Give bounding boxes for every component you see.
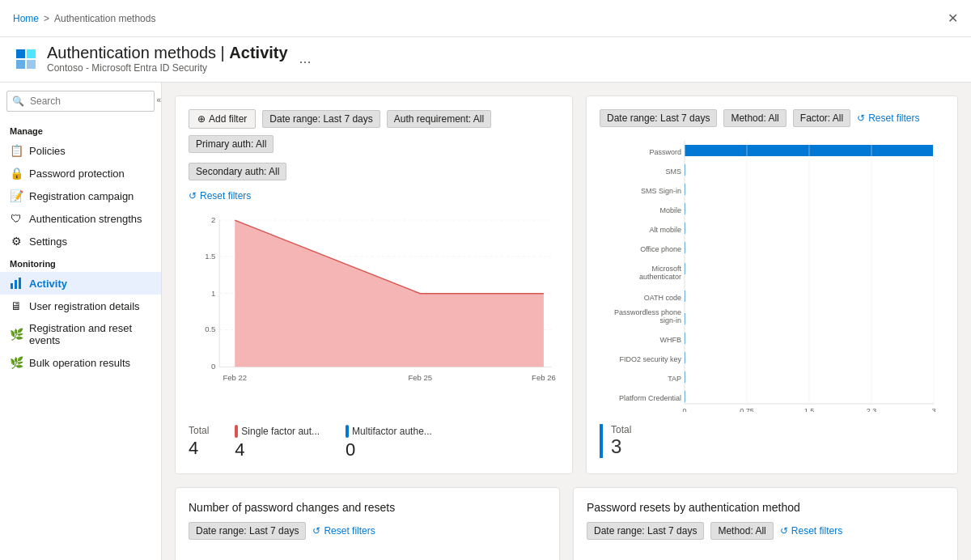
sidebar-item-user-reg-details[interactable]: 🖥 User registration details (0, 295, 161, 317)
bottom-right-reset-icon: ↺ (780, 525, 788, 537)
svg-text:FIDO2 security key: FIDO2 security key (619, 355, 681, 363)
filter-chip-primary-auth[interactable]: Primary auth: All (189, 135, 273, 153)
bar-chart-svg: Password SMS SMS Sign-in Mobile Alt mobi… (600, 137, 944, 412)
svg-text:TAP: TAP (668, 375, 681, 383)
svg-text:Feb 26: Feb 26 (532, 374, 556, 383)
multi-factor-label: Multifactor authe... (346, 425, 432, 438)
password-protection-icon: 🔒 (10, 167, 23, 180)
sidebar-item-password-protection[interactable]: 🔒 Password protection (0, 162, 161, 185)
sidebar-item-label: Policies (29, 145, 66, 157)
area-chart: 2 1.5 1 0.5 0 Feb 22 Feb 25 Feb 26 (189, 208, 559, 418)
svg-text:Microsoft: Microsoft (651, 265, 681, 273)
close-icon[interactable]: ✕ (948, 11, 958, 26)
sidebar-item-label: Password protection (29, 168, 125, 180)
bottom-right-reset-link[interactable]: ↺ Reset filters (780, 525, 842, 537)
svg-text:Feb 22: Feb 22 (223, 374, 247, 383)
sidebar-item-registration-campaign[interactable]: 📝 Registration campaign (0, 185, 161, 207)
sidebar-collapse-icon[interactable]: « (156, 95, 161, 104)
svg-text:Platform Credential: Platform Credential (619, 394, 681, 402)
svg-text:3: 3 (931, 407, 935, 412)
right-filter-bar: Date range: Last 7 days Method: All Fact… (600, 109, 944, 127)
right-total-label: Total (611, 424, 944, 435)
main-layout: 🔍 « Manage 📋 Policies 🔒 Password protect… (0, 83, 971, 560)
sidebar-item-settings[interactable]: ⚙ Settings (0, 230, 161, 252)
sidebar-item-label: Settings (29, 235, 67, 248)
filter-icon: ⊕ (197, 113, 206, 125)
svg-text:0: 0 (682, 407, 686, 412)
sidebar-item-bulk-op[interactable]: 🌿 Bulk operation results (0, 351, 161, 374)
sidebar-item-activity[interactable]: Activity (0, 272, 161, 295)
bulk-op-icon: 🌿 (10, 356, 23, 369)
bottom-left-reset-icon: ↺ (312, 525, 320, 537)
bottom-left-reset-link[interactable]: ↺ Reset filters (312, 525, 375, 537)
svg-text:0.5: 0.5 (205, 325, 215, 333)
search-box: 🔍 « (6, 91, 155, 112)
multi-factor-value: 0 (346, 439, 432, 460)
svg-text:Office phone: Office phone (640, 245, 681, 253)
svg-text:SMS: SMS (665, 168, 681, 176)
search-input[interactable] (6, 91, 155, 112)
bottom-cards-row: Number of password changes and resets Da… (175, 487, 958, 560)
svg-text:0.75: 0.75 (740, 407, 754, 412)
totals-row: Total 4 Single factor aut... 4 Mult (189, 425, 559, 460)
total-value: 4 (189, 438, 209, 459)
breadcrumb-separator: > (44, 13, 49, 24)
add-filter-button[interactable]: ⊕ Add filter (189, 109, 256, 129)
brand-icon (15, 48, 37, 70)
right-filter-chip-factor[interactable]: Factor: All (793, 109, 850, 127)
sidebar-item-label: Authentication strengths (29, 213, 142, 225)
reg-reset-icon: 🌿 (10, 328, 23, 341)
bottom-right-filter-chip-method[interactable]: Method: All (710, 522, 773, 540)
svg-text:2: 2 (211, 215, 215, 224)
right-filter-chip-date[interactable]: Date range: Last 7 days (600, 109, 717, 127)
svg-rect-23 (685, 145, 933, 156)
svg-text:authenticator: authenticator (639, 273, 681, 281)
svg-rect-4 (11, 283, 13, 289)
right-reset-icon: ↺ (857, 112, 865, 124)
activity-icon (10, 277, 23, 290)
filter-bar: ⊕ Add filter Date range: Last 7 days Aut… (189, 109, 559, 153)
svg-rect-2 (16, 60, 25, 69)
search-icon: 🔍 (12, 95, 24, 107)
title-bar: Authentication methods | Activity Contos… (0, 37, 971, 83)
sidebar-item-policies[interactable]: 📋 Policies (0, 139, 161, 162)
registration-campaign-icon: 📝 (10, 189, 23, 202)
bottom-left-title: Number of password changes and resets (189, 501, 546, 514)
manage-section-label: Manage (0, 120, 161, 139)
sidebar-item-label: Registration and reset events (29, 322, 151, 346)
bottom-right-card: Password resets by authentication method… (573, 487, 958, 560)
reset-filters-link[interactable]: ↺ Reset filters (189, 190, 559, 202)
reset-icon: ↺ (189, 190, 197, 202)
bottom-right-filter-chip-date[interactable]: Date range: Last 7 days (587, 522, 704, 540)
bottom-left-filter-chip[interactable]: Date range: Last 7 days (189, 522, 306, 540)
bottom-left-card: Number of password changes and resets Da… (175, 487, 560, 560)
svg-text:OATH code: OATH code (644, 294, 681, 302)
svg-rect-1 (27, 49, 36, 58)
sidebar: 🔍 « Manage 📋 Policies 🔒 Password protect… (0, 83, 162, 560)
filter-chip-auth-req[interactable]: Auth requirement: All (387, 110, 491, 128)
right-reset-filters-link[interactable]: ↺ Reset filters (857, 112, 919, 124)
sidebar-item-auth-strengths[interactable]: 🛡 Authentication strengths (0, 207, 161, 230)
area-chart-card: ⊕ Add filter Date range: Last 7 days Aut… (175, 95, 573, 474)
single-factor-label: Single factor aut... (235, 425, 320, 438)
user-reg-icon: 🖥 (10, 299, 23, 312)
top-bar: Home > Authentication methods ✕ (0, 0, 971, 37)
multi-factor-color-bar (346, 425, 349, 438)
bottom-left-filter-bar: Date range: Last 7 days ↺ Reset filters (189, 522, 546, 540)
area-chart-svg: 2 1.5 1 0.5 0 Feb 22 Feb 25 Feb 26 (189, 208, 559, 402)
bar-chart-area: Password SMS SMS Sign-in Mobile Alt mobi… (600, 137, 944, 414)
svg-rect-3 (27, 60, 36, 69)
breadcrumb-home[interactable]: Home (13, 13, 39, 24)
right-filter-chip-method[interactable]: Method: All (723, 109, 786, 127)
sidebar-item-reg-reset-events[interactable]: 🌿 Registration and reset events (0, 317, 161, 351)
svg-text:1.5: 1.5 (205, 252, 215, 261)
sidebar-item-label: User registration details (29, 300, 140, 312)
svg-rect-5 (15, 280, 17, 289)
filter-chip-secondary-auth[interactable]: Secondary auth: All (189, 163, 286, 180)
more-options-icon[interactable]: ... (299, 50, 312, 67)
total-label: Total (189, 425, 209, 436)
sidebar-item-label: Registration campaign (29, 190, 134, 202)
svg-text:Alt mobile: Alt mobile (649, 226, 681, 234)
filter-chip-date[interactable]: Date range: Last 7 days (262, 110, 379, 128)
svg-text:Mobile: Mobile (659, 206, 681, 214)
